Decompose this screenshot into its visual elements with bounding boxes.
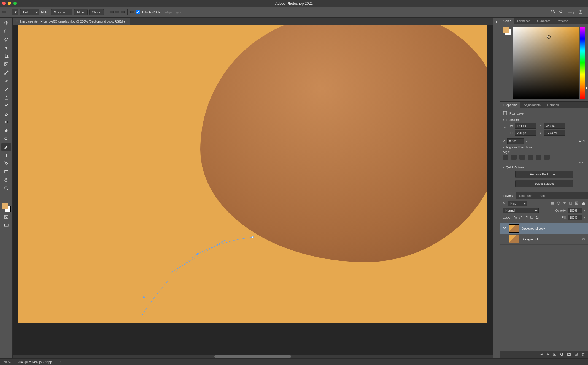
- blur-tool[interactable]: [1, 127, 11, 134]
- hue-slider[interactable]: [580, 27, 585, 99]
- healing-brush-tool[interactable]: [1, 77, 11, 85]
- crop-tool[interactable]: [1, 52, 11, 60]
- tab-swatches[interactable]: Swatches: [514, 18, 534, 24]
- minimize-window-icon[interactable]: [8, 2, 11, 5]
- eyedropper-tool[interactable]: [1, 69, 11, 77]
- make-shape-button[interactable]: Shape: [89, 9, 104, 15]
- height-input[interactable]: [515, 130, 536, 136]
- tab-patterns[interactable]: Patterns: [554, 18, 571, 24]
- path-operations-icon[interactable]: [110, 11, 114, 13]
- quick-mask-icon[interactable]: [1, 213, 11, 221]
- make-selection-button[interactable]: Selection…: [51, 9, 72, 15]
- filter-search-icon[interactable]: [503, 201, 506, 205]
- lock-image-icon[interactable]: [519, 215, 523, 220]
- align-hcenter-icon[interactable]: [511, 155, 517, 160]
- tab-color[interactable]: Color: [500, 18, 514, 24]
- visibility-icon[interactable]: [502, 226, 507, 231]
- filter-toggle-icon[interactable]: ⬤: [582, 202, 585, 205]
- filter-pixel-icon[interactable]: [551, 201, 554, 206]
- width-input[interactable]: [515, 123, 536, 129]
- filter-kind-select[interactable]: Kind: [508, 201, 527, 206]
- clone-stamp-tool[interactable]: [1, 94, 11, 101]
- fill-input[interactable]: [568, 215, 582, 220]
- brush-tool[interactable]: [1, 85, 11, 93]
- layer-fx-icon[interactable]: fx: [547, 353, 549, 356]
- path-alignment-icon[interactable]: [115, 11, 119, 13]
- make-mask-button[interactable]: Mask: [74, 9, 87, 15]
- filter-smart-icon[interactable]: [575, 201, 579, 206]
- canvas-area[interactable]: [13, 25, 493, 355]
- lock-position-icon[interactable]: [524, 215, 528, 220]
- workspace-icon[interactable]: ▾: [568, 9, 574, 15]
- more-options-icon[interactable]: •••: [503, 160, 585, 164]
- close-window-icon[interactable]: [2, 2, 6, 5]
- type-tool[interactable]: [1, 151, 11, 159]
- align-vcenter-icon[interactable]: [536, 155, 541, 160]
- layer-row[interactable]: Background copy: [500, 223, 588, 234]
- saturation-cursor[interactable]: [547, 36, 550, 38]
- layer-name[interactable]: Background copy: [522, 227, 586, 230]
- quick-selection-tool[interactable]: [1, 44, 11, 52]
- tab-adjustments[interactable]: Adjustments: [520, 102, 544, 108]
- path-mode-select[interactable]: Path: [20, 9, 39, 15]
- transform-section[interactable]: Transform: [503, 118, 585, 121]
- zoom-tool[interactable]: [1, 184, 11, 192]
- tab-paths[interactable]: Paths: [535, 192, 550, 199]
- saturation-field[interactable]: [513, 27, 579, 99]
- opacity-input[interactable]: [568, 208, 582, 213]
- gear-icon[interactable]: [130, 11, 134, 13]
- filter-adjustment-icon[interactable]: [557, 201, 560, 206]
- dodge-tool[interactable]: [1, 135, 11, 143]
- filter-type-icon[interactable]: [563, 201, 567, 206]
- group-icon[interactable]: [567, 352, 571, 357]
- share-icon[interactable]: [578, 9, 583, 15]
- select-subject-button[interactable]: Select Subject: [515, 180, 573, 187]
- align-section[interactable]: Align and Distribute: [503, 146, 585, 149]
- quick-actions-section[interactable]: Quick Actions: [503, 166, 585, 169]
- tab-layers[interactable]: Layers: [500, 192, 516, 199]
- remove-background-button[interactable]: Remove Background: [515, 171, 573, 178]
- pen-tool[interactable]: [1, 143, 11, 151]
- color-swatches[interactable]: [1, 203, 11, 213]
- x-input[interactable]: [544, 123, 565, 129]
- status-more-icon[interactable]: ›: [60, 360, 61, 364]
- layer-mask-icon[interactable]: [553, 352, 557, 357]
- fullscreen-window-icon[interactable]: [13, 2, 17, 5]
- hue-cursor[interactable]: [585, 87, 587, 89]
- angle-input[interactable]: [507, 138, 524, 144]
- flip-vertical-icon[interactable]: ⥮: [583, 140, 585, 143]
- frame-tool[interactable]: [1, 61, 11, 68]
- tab-libraries[interactable]: Libraries: [544, 102, 562, 108]
- tab-gradients[interactable]: Gradients: [534, 18, 554, 24]
- tab-channels[interactable]: Channels: [516, 192, 535, 199]
- expand-panels-icon[interactable]: [494, 20, 499, 25]
- align-left-icon[interactable]: [503, 155, 508, 160]
- lock-transparency-icon[interactable]: [513, 215, 517, 220]
- fg-bg-swatch[interactable]: [503, 27, 511, 35]
- canvas[interactable]: [18, 25, 487, 323]
- eraser-tool[interactable]: [1, 110, 11, 118]
- link-layers-icon[interactable]: [540, 352, 544, 357]
- zoom-level[interactable]: 200%: [3, 360, 11, 364]
- document-dimensions[interactable]: 2048 px x 1492 px (72 ppi): [18, 360, 53, 364]
- close-tab-icon[interactable]: ×: [16, 20, 18, 23]
- path-arrangement-icon[interactable]: [121, 11, 125, 13]
- cloud-sync-icon[interactable]: [550, 9, 555, 15]
- delete-layer-icon[interactable]: [581, 352, 585, 357]
- move-tool[interactable]: [1, 19, 11, 27]
- search-icon[interactable]: [559, 9, 564, 15]
- layer-thumbnail[interactable]: [509, 224, 519, 233]
- auto-add-delete-checkbox[interactable]: Auto Add/Delete: [136, 10, 163, 14]
- screen-mode-icon[interactable]: [1, 221, 11, 229]
- layer-thumbnail[interactable]: [509, 235, 519, 243]
- layer-name[interactable]: Background: [522, 238, 580, 241]
- filter-shape-icon[interactable]: [569, 201, 573, 206]
- blend-mode-select[interactable]: Normal: [503, 208, 539, 213]
- lock-artboard-icon[interactable]: [530, 215, 534, 220]
- edit-toolbar-icon[interactable]: ···: [1, 193, 11, 200]
- history-brush-tool[interactable]: [1, 102, 11, 110]
- home-icon[interactable]: [2, 11, 6, 13]
- rectangle-tool[interactable]: [1, 168, 11, 176]
- align-top-icon[interactable]: [528, 155, 533, 160]
- align-bottom-icon[interactable]: [544, 155, 550, 160]
